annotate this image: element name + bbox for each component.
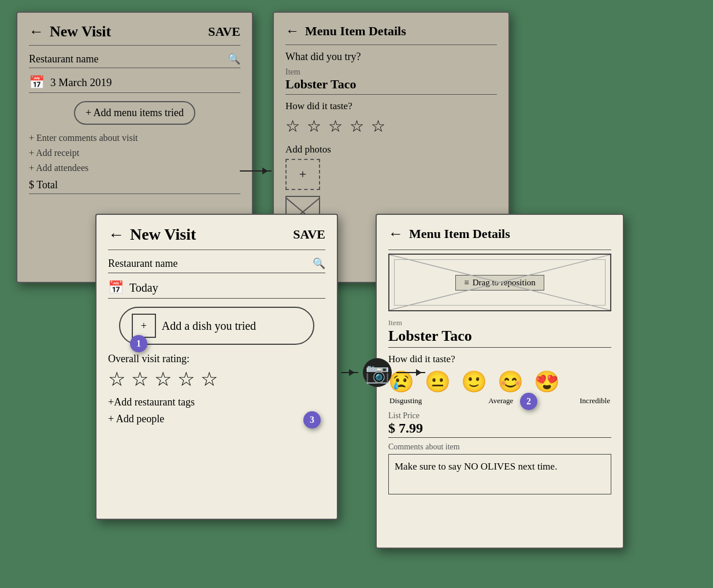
add-photos-label-tr: Add photos	[285, 144, 497, 155]
item-name-br: Lobster Taco	[388, 328, 611, 348]
card-ml-heading: New Visit	[130, 225, 293, 244]
calendar-icon-ml: 📅	[108, 280, 124, 295]
restaurant-placeholder-tl: Restaurant name	[29, 53, 223, 65]
add-tags-link-ml[interactable]: +Add restaurant tags	[108, 396, 325, 408]
annotation-badge-2: 2	[520, 393, 537, 410]
photo-placeholder-tr[interactable]: +	[285, 159, 320, 190]
emoji-label-incredible: Incredible	[580, 396, 610, 405]
search-icon-ml: 🔍	[313, 257, 325, 270]
dish-icon-ml: +	[132, 314, 156, 338]
date-value-tl: 3 March 2019	[50, 76, 112, 89]
add-attendees-link-tl[interactable]: + Add attendees	[29, 163, 240, 173]
star-rating-ml[interactable]: ☆ ☆ ☆ ☆ ☆	[108, 367, 325, 390]
emoji-labels-br: Disgusting Average Incredible	[388, 396, 611, 405]
camera-connector: 📷	[341, 358, 425, 387]
comments-label-br: Comments about item	[388, 442, 611, 452]
card-tl-heading: New Visit	[50, 23, 208, 40]
restaurant-search-field-ml[interactable]: Restaurant name 🔍	[108, 257, 325, 273]
price-value-br: $ 7.99	[388, 420, 611, 438]
arrow-line-right	[396, 372, 425, 373]
back-arrow-tl[interactable]: ←	[29, 23, 44, 40]
star-rating-tr[interactable]: ☆ ☆ ☆ ☆ ☆	[285, 117, 497, 136]
add-photo-icon-tr: +	[299, 167, 306, 182]
save-button-tl[interactable]: SAVE	[208, 24, 240, 39]
total-field-tl: $ Total	[29, 179, 240, 194]
arrow-line-left	[341, 372, 358, 373]
restaurant-placeholder-ml: Restaurant name	[108, 258, 308, 270]
emoji-label-average: Average	[488, 396, 513, 405]
photo-area-br[interactable]: ≡ Drag to reposition	[388, 254, 611, 311]
price-label-br: List Price	[388, 411, 611, 420]
comments-content-br: Make sure to say NO OLIVES next time.	[395, 461, 557, 472]
restaurant-search-field-tl[interactable]: Restaurant name 🔍	[29, 53, 240, 68]
tried-label-tr: What did you try?	[285, 51, 497, 63]
back-arrow-br[interactable]: ←	[388, 225, 403, 243]
add-dish-label-ml: Add a dish you tried	[162, 319, 256, 333]
back-arrow-ml[interactable]: ←	[108, 225, 124, 244]
connector-arrow-top	[240, 170, 272, 172]
rating-label-ml: Overall visit rating:	[108, 353, 325, 365]
card-tr-title: ← Menu Item Details	[285, 23, 497, 39]
card-ml-title: ← New Visit SAVE	[108, 225, 325, 244]
camera-icon: 📷	[363, 358, 392, 387]
comments-text-br[interactable]: Make sure to say NO OLIVES next time.	[388, 454, 611, 494]
item-sublabel-br: Item	[388, 318, 611, 328]
card-br-heading: Menu Item Details	[409, 226, 510, 241]
add-menu-items-button-tl[interactable]: + Add menu items tried	[74, 101, 195, 125]
item-sublabel-tr: Item	[285, 68, 497, 77]
save-button-ml[interactable]: SAVE	[293, 227, 325, 242]
annotation-badge-3: 3	[303, 411, 321, 429]
back-arrow-tr[interactable]: ←	[285, 23, 299, 39]
emoji-label-disgusting: Disgusting	[389, 396, 422, 405]
search-icon-tl: 🔍	[228, 53, 240, 65]
item-name-tr: Lobster Taco	[285, 77, 497, 95]
taste-label-tr: How did it taste?	[285, 101, 497, 112]
new-visit-card-foreground: ← New Visit SAVE Restaurant name 🔍 📅 Tod…	[95, 214, 338, 520]
add-dish-button-ml[interactable]: + Add a dish you tried	[119, 307, 314, 345]
add-people-link-ml[interactable]: + Add people	[108, 413, 325, 425]
calendar-icon-tl: 📅	[29, 75, 44, 90]
date-field-ml[interactable]: 📅 Today	[108, 280, 325, 299]
card-br-title: ← Menu Item Details	[388, 225, 611, 243]
date-value-ml: Today	[129, 281, 158, 295]
annotation-badge-1: 1	[130, 335, 147, 352]
date-field-tl[interactable]: 📅 3 March 2019	[29, 75, 240, 93]
photo-diag-lines	[389, 255, 610, 310]
add-receipt-link-tl[interactable]: + Add receipt	[29, 148, 240, 158]
card-tl-title: ← New Visit SAVE	[29, 23, 240, 40]
card-tr-heading: Menu Item Details	[305, 24, 406, 39]
add-comment-link-tl[interactable]: + Enter comments about visit	[29, 133, 240, 143]
